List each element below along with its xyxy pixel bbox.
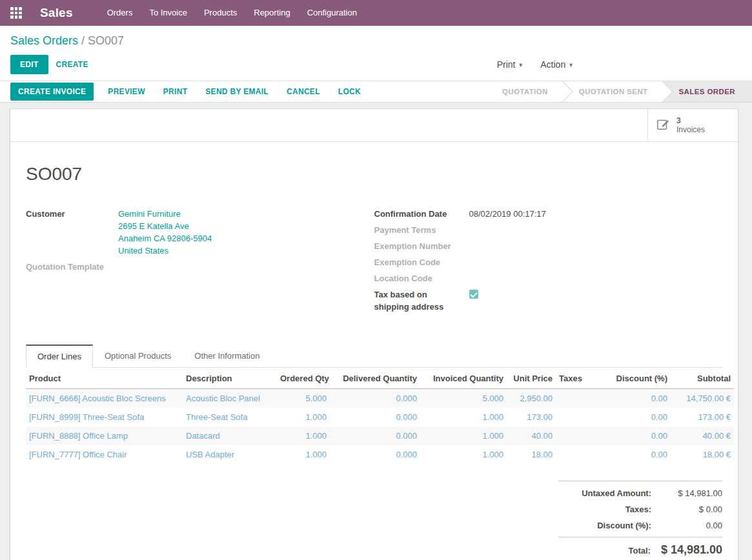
invoices-smart-button[interactable]: 3 Invoices: [647, 109, 738, 141]
confirmation-date-value: 08/02/2019 00:17:17: [469, 208, 546, 220]
menu-configuration[interactable]: Configuration: [299, 0, 365, 26]
app-brand[interactable]: Sales: [40, 6, 73, 20]
tax-shipping-checkbox[interactable]: [469, 290, 478, 299]
cancel-button[interactable]: CANCEL: [279, 83, 328, 101]
cell-invoiced-qty: 1.000: [420, 445, 507, 464]
discount-label: Discount (%):: [558, 521, 662, 530]
customer-label: Customer: [26, 208, 118, 257]
untaxed-amount-value: $ 14,981.00: [662, 488, 722, 498]
cell-taxes: [556, 426, 596, 445]
print-dropdown[interactable]: Print ▼: [497, 59, 524, 70]
cell-discount: 0.00: [596, 426, 671, 445]
col-unit-price: Unit Price: [507, 368, 556, 389]
cell-unit-price: 2,950.00: [507, 389, 556, 408]
order-title: SO007: [26, 164, 722, 185]
cell-product: [FURN_7777] Office Chair: [26, 445, 183, 464]
print-label: Print: [497, 59, 516, 70]
cell-unit-price: 18.00: [507, 445, 556, 464]
cell-taxes: [556, 408, 596, 426]
customer-address-line[interactable]: Anaheim CA 92806-5904: [118, 232, 212, 245]
create-button[interactable]: CREATE: [48, 55, 96, 74]
edit-button[interactable]: EDIT: [10, 55, 48, 74]
statusbar: CREATE INVOICE PREVIEW PRINT SEND BY EMA…: [0, 81, 752, 103]
col-product: Product: [26, 368, 183, 389]
customer-address-line[interactable]: 2695 E Katella Ave: [118, 220, 212, 232]
menu-to-invoice[interactable]: To Invoice: [141, 0, 196, 26]
location-code-label: Location Code: [374, 272, 469, 285]
cell-ordered-qty: 1.000: [277, 445, 330, 464]
stage-quotation[interactable]: QUOTATION: [485, 81, 562, 102]
chevron-down-icon: ▼: [568, 62, 574, 68]
table-row[interactable]: [FURN_8888] Office Lamp Datacard 1.000 0…: [26, 426, 734, 445]
print-button[interactable]: PRINT: [156, 83, 196, 101]
cell-invoiced-qty: 1.000: [420, 426, 507, 445]
cell-description: USB Adapter: [183, 445, 277, 464]
preview-button[interactable]: PREVIEW: [100, 83, 152, 101]
cell-delivered-qty: 0.000: [330, 426, 420, 445]
stage-quotation-sent[interactable]: QUOTATION SENT: [562, 81, 662, 102]
cell-subtotal: 18.00 €: [671, 445, 734, 464]
action-label: Action: [540, 59, 565, 70]
cell-unit-price: 40.00: [507, 426, 556, 445]
notebook-tabs: Order Lines Optional Products Other Info…: [26, 344, 722, 368]
discount-value: 0.00: [662, 521, 722, 530]
action-dropdown[interactable]: Action ▼: [540, 59, 574, 70]
customer-name-link[interactable]: Gemini Furniture: [118, 208, 212, 220]
table-row[interactable]: [FURN_7777] Office Chair USB Adapter 1.0…: [26, 445, 734, 464]
col-delivered-qty: Delivered Quantity: [330, 368, 420, 389]
breadcrumb-separator: /: [81, 34, 85, 47]
cell-ordered-qty: 1.000: [277, 426, 330, 445]
col-ordered-qty: Ordered Qty: [277, 368, 330, 389]
cell-unit-price: 173.00: [507, 408, 556, 426]
table-row[interactable]: [FURN_6666] Acoustic Bloc Screens Acoust…: [26, 389, 734, 408]
lock-button[interactable]: LOCK: [330, 83, 369, 101]
top-navbar: Sales Orders To Invoice Products Reporti…: [0, 0, 752, 26]
chevron-down-icon: ▼: [518, 62, 523, 68]
confirmation-date-label: Confirmation Date: [374, 208, 469, 220]
menu-orders[interactable]: Orders: [99, 0, 141, 26]
col-discount: Discount (%): [596, 368, 671, 389]
stage-sales-order[interactable]: SALES ORDER: [662, 81, 752, 102]
stage-pipeline: QUOTATION QUOTATION SENT SALES ORDER: [485, 81, 752, 102]
apps-grid-icon[interactable]: [10, 7, 22, 19]
col-invoiced-qty: Invoiced Quantity: [420, 368, 507, 389]
tab-other-information[interactable]: Other Information: [183, 345, 271, 368]
tab-order-lines[interactable]: Order Lines: [26, 345, 93, 368]
untaxed-amount-label: Untaxed Amount:: [558, 488, 662, 498]
invoices-label: Invoices: [676, 125, 705, 134]
customer-address-line[interactable]: United States: [118, 245, 212, 257]
table-row[interactable]: [FURN_8999] Three-Seat Sofa Three-Seat S…: [26, 408, 734, 426]
cell-discount: 0.00: [596, 445, 671, 464]
quotation-template-label: Quotation Template: [26, 261, 118, 273]
breadcrumb: Sales Orders / SO007: [10, 34, 742, 48]
send-by-email-button[interactable]: SEND BY EMAIL: [198, 83, 276, 101]
breadcrumb-parent[interactable]: Sales Orders: [10, 34, 78, 47]
cell-subtotal: 173.00 €: [671, 408, 734, 426]
create-invoice-button[interactable]: CREATE INVOICE: [10, 83, 94, 101]
totals-panel: Untaxed Amount: $ 14,981.00 Taxes: $ 0.0…: [558, 481, 722, 560]
breadcrumb-current: SO007: [88, 34, 124, 47]
cell-product: [FURN_6666] Acoustic Bloc Screens: [26, 389, 183, 408]
cell-delivered-qty: 0.000: [330, 389, 420, 408]
menu-products[interactable]: Products: [196, 0, 245, 26]
cell-delivered-qty: 0.000: [330, 445, 420, 464]
cell-description: Three-Seat Sofa: [183, 408, 277, 426]
cell-discount: 0.00: [596, 408, 671, 426]
exemption-number-label: Exemption Number: [374, 240, 469, 252]
cell-description: Acoustic Bloc Panel: [183, 389, 277, 408]
col-subtotal: Subtotal: [671, 368, 734, 389]
cell-discount: 0.00: [596, 389, 671, 408]
cell-product: [FURN_8999] Three-Seat Sofa: [26, 408, 183, 426]
col-description: Description: [183, 368, 277, 389]
menu-reporting[interactable]: Reporting: [245, 0, 298, 26]
payment-terms-label: Payment Terms: [374, 224, 469, 236]
cell-subtotal: 14,750.00 €: [671, 389, 734, 408]
tax-shipping-label: Tax based on shipping address: [374, 288, 469, 313]
tab-optional-products[interactable]: Optional Products: [93, 345, 183, 368]
exemption-code-label: Exemption Code: [374, 256, 469, 268]
smart-button-box: 3 Invoices: [10, 109, 738, 142]
cell-subtotal: 40.00 €: [671, 426, 734, 445]
cell-ordered-qty: 1.000: [277, 408, 330, 426]
taxes-value: $ 0.00: [662, 505, 722, 514]
cell-ordered-qty: 5.000: [277, 389, 330, 408]
